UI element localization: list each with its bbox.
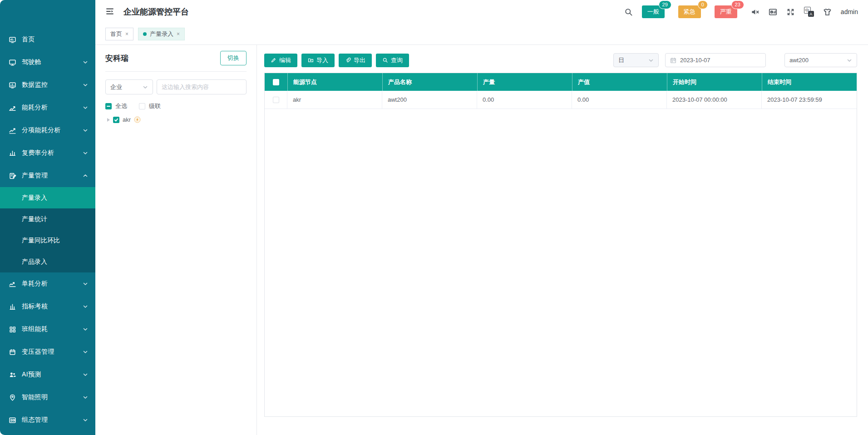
tab-home[interactable]: 首页 ×: [105, 28, 133, 40]
table-row[interactable]: akr awt200 0.00 0.00 2023-10-07 00:00:00…: [265, 91, 857, 109]
team-energy-icon: [9, 326, 16, 333]
sidebar-item-home[interactable]: 首页: [0, 28, 95, 51]
sidebar-item-transformer[interactable]: 变压器管理: [0, 341, 95, 363]
sidebar-item-scada-management[interactable]: 组态管理: [0, 409, 95, 431]
header-checkbox[interactable]: [273, 79, 279, 85]
tab-production-entry[interactable]: 产量录入 ×: [138, 28, 185, 40]
close-icon[interactable]: ×: [177, 31, 180, 37]
sidebar-item-team-energy[interactable]: 班组能耗: [0, 318, 95, 341]
cell-output-value: 0.00: [572, 91, 667, 109]
lighting-icon: [9, 394, 16, 401]
collapse-menu-icon[interactable]: [105, 7, 115, 17]
row-checkbox[interactable]: [273, 97, 279, 103]
sidebar-subitem-production-entry[interactable]: 产量录入: [0, 187, 95, 208]
user-name[interactable]: admin: [841, 8, 858, 15]
column-header[interactable]: 开始时间: [667, 73, 762, 91]
subitem-label: 产量同比环比: [22, 237, 60, 245]
enterprise-title: 安科瑞: [105, 53, 128, 64]
kpi-icon: [9, 303, 16, 311]
node-type-select[interactable]: 企业: [105, 79, 153, 94]
query-button[interactable]: 查询: [376, 54, 409, 67]
sidebar-item-kpi-assessment[interactable]: 指标考核: [0, 295, 95, 318]
checked-checkbox-icon[interactable]: [113, 117, 119, 123]
tree-search-input[interactable]: [157, 79, 247, 94]
tree-node-label: akr: [123, 116, 131, 123]
subitem-label: 产量统计: [22, 215, 47, 223]
switch-button[interactable]: 切换: [220, 51, 247, 65]
ai-prediction-icon: [9, 371, 16, 379]
sidebar-item-cockpit[interactable]: 驾驶舱: [0, 51, 95, 74]
header-actions: 一般 29 紧急 0 严重 23: [624, 5, 858, 18]
cell-start-time: 2023-10-07 00:00:00: [667, 91, 762, 109]
sidebar-item-label: 智能照明: [22, 393, 48, 401]
sidebar-item-label: 驾驶舱: [22, 58, 41, 66]
edit-button[interactable]: 编辑: [264, 54, 297, 67]
chevron-down-icon: [83, 372, 88, 377]
app-root: 首页 驾驶舱 数据监控 能耗分析 分项能耗分析 复费率分析: [0, 0, 868, 435]
chevron-down-icon: [83, 417, 88, 423]
chevron-down-icon: [83, 395, 88, 400]
node-type-value: 企业: [110, 83, 122, 91]
date-picker[interactable]: 2023-10-07: [665, 53, 766, 67]
mute-icon[interactable]: [751, 8, 760, 16]
language-icon[interactable]: 中A: [804, 7, 814, 17]
close-icon[interactable]: ×: [125, 31, 128, 37]
product-select[interactable]: awt200: [784, 53, 857, 67]
sidebar-item-sub-energy-analysis[interactable]: 分项能耗分析: [0, 119, 95, 142]
sidebar-item-label: 能耗分析: [22, 104, 48, 112]
subitem-label: 产量录入: [22, 194, 47, 202]
sidebar-item-smart-lighting[interactable]: 智能照明: [0, 386, 95, 409]
sidebar-subitem-production-stats[interactable]: 产量统计: [0, 208, 95, 230]
pencil-icon: [271, 57, 276, 63]
search-icon[interactable]: [624, 8, 633, 16]
sidebar-item-label: 数据监控: [22, 81, 48, 89]
alarm-badge-critical[interactable]: 严重 23: [715, 5, 737, 18]
column-header[interactable]: 产品名称: [382, 73, 477, 91]
column-header[interactable]: 结束时间: [762, 73, 857, 91]
chevron-down-icon: [83, 281, 88, 287]
column-header[interactable]: 产量: [477, 73, 572, 91]
sidebar-subitem-product-entry[interactable]: 产品录入: [0, 251, 95, 272]
sidebar-item-production-management[interactable]: 产量管理: [0, 164, 95, 187]
sidebar-item-tariff-analysis[interactable]: 复费率分析: [0, 142, 95, 164]
sidebar-item-ai-prediction[interactable]: AI预测: [0, 363, 95, 386]
alarm-general-count: 29: [659, 0, 671, 9]
cockpit-icon: [9, 59, 16, 66]
sidebar-subitem-production-compare[interactable]: 产量同比环比: [0, 230, 95, 251]
sidebar-item-data-monitor[interactable]: 数据监控: [0, 74, 95, 96]
column-header[interactable]: 产值: [572, 73, 667, 91]
alarm-badge-general[interactable]: 一般 29: [642, 5, 665, 18]
main-column: 企业能源管控平台 一般 29 紧急 0 严重 23: [95, 0, 868, 435]
folder-plus-icon: [308, 57, 314, 63]
chevron-down-icon: [143, 84, 148, 90]
tree-node-akr[interactable]: akr: [105, 116, 247, 123]
energy-bolt-icon: [134, 116, 141, 123]
fullscreen-icon[interactable]: [786, 8, 795, 16]
chevron-down-icon: [648, 58, 654, 63]
chevron-down-icon: [83, 128, 88, 133]
theme-icon[interactable]: [823, 8, 832, 16]
unit-consumption-icon: [9, 280, 16, 288]
data-monitor-icon: [9, 81, 16, 89]
cascade-checkbox[interactable]: 级联: [139, 102, 161, 110]
sidebar-item-unit-consumption[interactable]: 单耗分析: [0, 272, 95, 295]
toolbar-filters: 日 2023-10-07 awt200: [613, 53, 857, 67]
alarm-critical-count: 23: [731, 0, 744, 9]
tab-label: 产量录入: [150, 30, 173, 38]
alarm-badge-urgent[interactable]: 紧急 0: [678, 5, 701, 18]
select-all-checkbox[interactable]: 全选: [105, 102, 127, 110]
period-select[interactable]: 日: [613, 53, 659, 67]
chevron-down-icon: [83, 304, 88, 309]
subitem-label: 产品录入: [22, 258, 47, 266]
import-button[interactable]: 导入: [301, 54, 335, 67]
tab-label: 首页: [110, 30, 122, 38]
sidebar-item-label: 指标考核: [22, 302, 48, 311]
sidebar-item-label: 首页: [22, 35, 35, 44]
sidebar-item-energy-analysis[interactable]: 能耗分析: [0, 96, 95, 119]
expand-caret-icon[interactable]: [107, 118, 110, 122]
big-screen-icon[interactable]: [769, 8, 777, 16]
column-header[interactable]: 能源节点: [287, 73, 382, 91]
active-dot: [143, 32, 147, 36]
toolbar: 编辑 导入 导出 查询: [264, 53, 857, 67]
export-button[interactable]: 导出: [339, 54, 372, 67]
